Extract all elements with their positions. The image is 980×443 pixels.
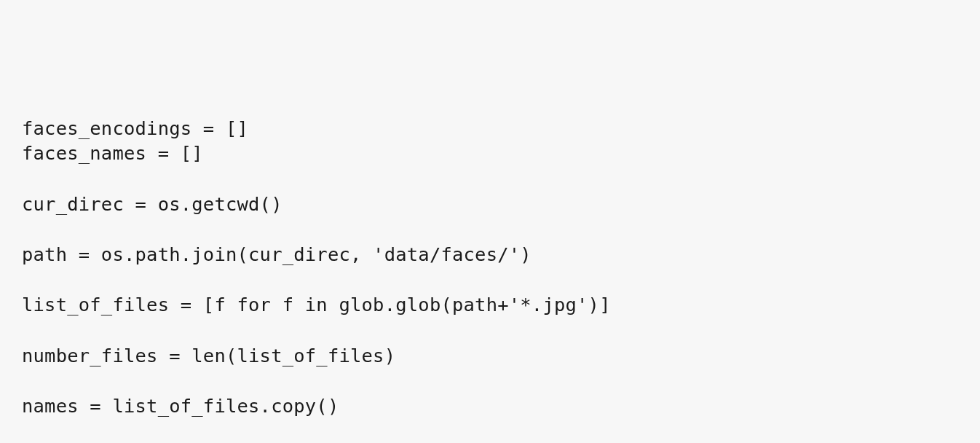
code-line: list_of_files = [f for f in glob.glob(pa… [22,292,958,318]
code-line: number_files = len(list_of_files) [22,343,958,369]
code-line: path = os.path.join(cur_direc, 'data/fac… [22,242,958,267]
code-line: faces_encodings = [] [22,116,958,141]
blank-line [22,318,958,343]
blank-line [22,166,958,192]
blank-line [22,267,958,293]
blank-line [22,216,958,242]
code-line: names = list_of_files.copy() [22,393,958,419]
code-line: faces_names = [] [22,141,958,166]
code-line: cur_direc = os.getcwd() [22,192,958,217]
blank-line [22,368,958,393]
